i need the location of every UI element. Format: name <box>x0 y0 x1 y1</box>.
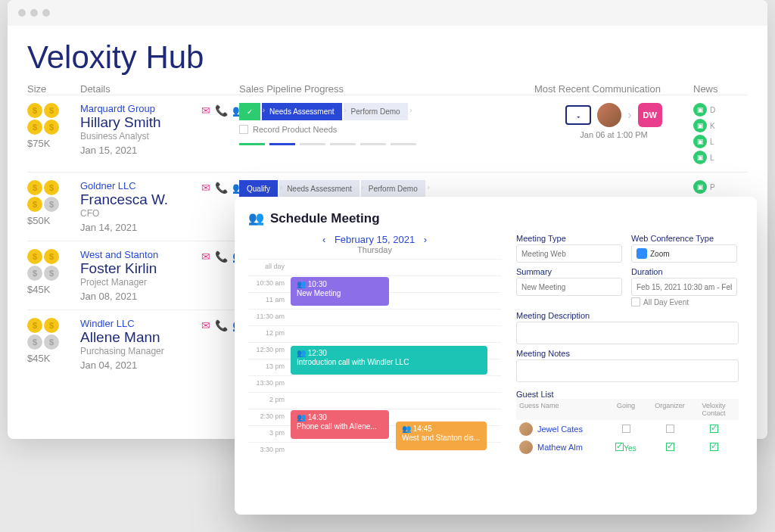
time-label: 11:30 am <box>248 310 289 325</box>
subtask-checkbox[interactable]: Record Product Needs <box>239 125 534 134</box>
pipeline-stage[interactable]: Qualify <box>239 180 278 198</box>
calendar-event[interactable]: 👥 14:30Phone call with Allene... <box>291 410 389 439</box>
summary-input[interactable] <box>516 278 622 296</box>
calendar-day: Thursday <box>248 245 501 254</box>
size-cell: $$$$$45K <box>27 249 80 302</box>
next-day-button[interactable]: › <box>418 234 433 245</box>
news-cell: ▣D▣K▣L▣L <box>693 103 739 164</box>
app-title: Veloxity Hub <box>8 26 767 83</box>
coin-icon: $ <box>44 120 59 135</box>
time-label: 13:30 pm <box>248 376 289 392</box>
news-item[interactable]: ▣L <box>693 151 739 164</box>
guest-list: Guest List Guess Name Going Organizer Ve… <box>516 390 739 456</box>
notes-input[interactable] <box>516 359 739 382</box>
company-name[interactable]: West and Stanton <box>80 249 201 260</box>
coin-icon: $ <box>44 103 59 118</box>
company-name[interactable]: Windler LLC <box>80 318 201 329</box>
pipeline-stage[interactable]: Perform Demo <box>344 103 408 120</box>
pipeline-stage[interactable]: Needs Assessment <box>262 103 342 120</box>
organizer-checkbox[interactable] <box>648 425 692 434</box>
coin-icon: $ <box>27 197 42 212</box>
email-icon[interactable]: ✉ <box>201 250 210 263</box>
phone-icon[interactable]: 📞 <box>215 250 228 263</box>
user-badge[interactable]: DW <box>638 103 662 127</box>
email-icon[interactable]: ✉ <box>201 319 210 331</box>
meeting-type-input[interactable] <box>516 244 622 263</box>
contact-name[interactable]: Allene Mann <box>80 329 201 346</box>
pipeline-stage[interactable]: Perform Demo <box>361 180 425 198</box>
pipeline-stage[interactable]: ✓ <box>239 103 260 120</box>
organizer-checkbox[interactable] <box>648 443 692 453</box>
guest-name[interactable]: Mathew Alm <box>537 443 604 452</box>
email-icon[interactable]: ✉ <box>201 104 210 117</box>
description-input[interactable] <box>516 322 739 344</box>
coin-icon: $ <box>27 180 42 195</box>
details-cell: West and Stanton Foster Kirlin Project M… <box>80 249 201 302</box>
vc-checkbox[interactable] <box>692 443 736 453</box>
calendar-date: February 15, 2021 <box>335 234 415 245</box>
news-item[interactable]: ▣D <box>693 103 739 117</box>
news-item[interactable]: ▣K <box>693 119 739 132</box>
pipeline-stage[interactable]: Needs Assessment <box>279 180 359 198</box>
news-item[interactable]: ▣L <box>693 135 739 148</box>
time-label: 13 pm <box>248 359 289 375</box>
coin-icon: $ <box>27 266 42 281</box>
details-cell: Windler LLC Allene Mann Purchasing Manag… <box>80 318 201 371</box>
coin-icon: $ <box>44 318 59 333</box>
row-actions: ✉ 📞 👥 <box>201 180 239 233</box>
calendar-panel: ‹ February 15, 2021 › Thursday all day10… <box>248 234 501 459</box>
phone-icon[interactable]: 📞 <box>215 319 228 331</box>
coin-icon: $ <box>27 249 42 264</box>
time-label: 12:30 pm <box>248 343 289 359</box>
header-comm: Most Recent Communication <box>534 83 693 95</box>
guest-row[interactable]: Jewel Cates <box>516 420 739 438</box>
size-cell: $$$$$45K <box>27 318 80 371</box>
coin-icon: $ <box>44 197 59 212</box>
phone-icon[interactable]: 📞 <box>215 182 228 194</box>
duration-input[interactable] <box>631 278 737 296</box>
calendar-event[interactable]: 👥 12:30Introduction call with Windler LL… <box>291 346 487 375</box>
news-dot-icon: ▣ <box>693 103 707 117</box>
news-item[interactable]: ▣P <box>693 180 739 194</box>
label-description: Meeting Description <box>516 311 739 320</box>
phone-icon[interactable]: 📞 <box>215 104 228 117</box>
calendar-event[interactable]: 👥 14:45West and Stanton dis... <box>396 422 487 450</box>
allday-checkbox[interactable]: All Day Event <box>631 297 737 306</box>
contact-name[interactable]: Foster Kirlin <box>80 260 201 277</box>
avatar[interactable] <box>597 103 621 127</box>
contact-role: Project Manager <box>80 277 201 288</box>
going-checkbox[interactable] <box>604 425 648 434</box>
contact-role: Business Analyst <box>80 131 201 142</box>
guest-name[interactable]: Jewel Cates <box>537 425 604 434</box>
calendar-grid[interactable]: all day10:30 am11 am11:30 am12 pm12:30 p… <box>248 259 501 459</box>
table-row[interactable]: $$$$$75K Marquardt Group Hillary Smith B… <box>27 95 748 172</box>
amount: $45K <box>27 284 80 295</box>
conf-type-select[interactable]: Zoom <box>631 244 737 263</box>
contact-name[interactable]: Francesca W. <box>80 191 201 208</box>
time-label: 2 pm <box>248 393 289 409</box>
vc-checkbox[interactable] <box>692 425 736 434</box>
company-name[interactable]: Marquardt Group <box>80 103 201 114</box>
envelope-icon[interactable] <box>565 105 591 125</box>
header-details: Details <box>80 83 239 95</box>
company-name[interactable]: Goldner LLC <box>80 180 201 191</box>
coin-icon: $ <box>44 180 59 195</box>
amount: $50K <box>27 215 80 226</box>
details-cell: Marquardt Group Hillary Smith Business A… <box>80 103 201 164</box>
guest-row[interactable]: Mathew Alm Yes <box>516 438 739 456</box>
meeting-form: Meeting Type Web Conference Type Zoom Su… <box>516 234 743 459</box>
contact-name[interactable]: Hillary Smith <box>80 114 201 131</box>
time-label: 12 pm <box>248 326 289 342</box>
avatar <box>519 440 533 454</box>
email-icon[interactable]: ✉ <box>201 182 210 194</box>
schedule-meeting-modal: 👥 Schedule Meeting ‹ February 15, 2021 ›… <box>235 197 757 515</box>
calendar-event[interactable]: 👥 10:30New Meeting <box>291 277 389 306</box>
going-checkbox[interactable]: Yes <box>604 443 648 453</box>
amount: $45K <box>27 353 80 364</box>
row-actions: ✉ 📞 👥 <box>201 103 239 164</box>
row-actions: ✉ 📞 👥 <box>201 249 239 302</box>
zoom-icon <box>636 248 647 259</box>
prev-day-button[interactable]: ‹ <box>316 234 331 245</box>
coin-icon: $ <box>44 266 59 281</box>
people-icon: 👥 <box>248 210 264 226</box>
